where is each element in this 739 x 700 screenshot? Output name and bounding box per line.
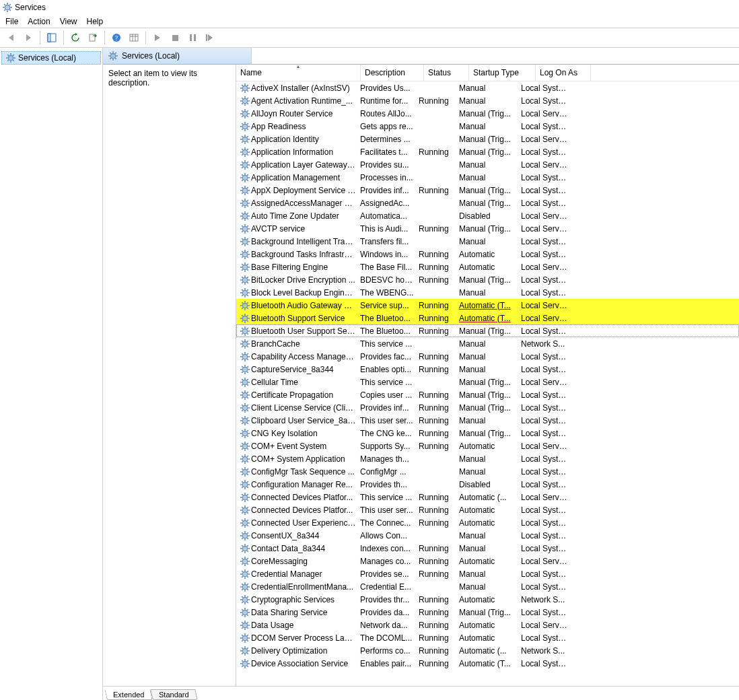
stop-service-button[interactable] <box>167 30 183 46</box>
service-startup-type: Disabled <box>455 480 517 489</box>
service-row[interactable]: Agent Activation Runtime_...Runtime for.… <box>236 94 739 107</box>
svg-marker-12 <box>75 33 77 36</box>
service-status: Running <box>415 96 455 106</box>
service-row[interactable]: Connected Devices Platfor...This user se… <box>236 503 739 516</box>
service-status: Running <box>415 262 455 272</box>
service-startup-type: Manual <box>455 173 517 182</box>
service-row[interactable]: Connected User Experience...The Connec..… <box>236 516 739 529</box>
nav-forward-button[interactable] <box>20 30 36 46</box>
start-service-button[interactable] <box>149 30 166 46</box>
service-row[interactable]: ConfigMgr Task Sequence ...ConfigMgr ...… <box>236 465 739 478</box>
service-name: CoreMessaging <box>251 557 356 566</box>
refresh-button[interactable] <box>67 30 83 46</box>
service-description: This service ... <box>356 378 415 387</box>
service-row[interactable]: Device Association ServiceEnables pair..… <box>236 657 739 670</box>
service-row[interactable]: Block Level Backup Engine ...The WBENG..… <box>236 286 739 299</box>
export-list-button[interactable] <box>85 30 101 46</box>
gear-icon <box>240 288 250 298</box>
service-row[interactable]: Bluetooth User Support Ser...The Bluetoo… <box>236 324 739 337</box>
service-row[interactable]: AppX Deployment Service (...Provides inf… <box>236 184 739 197</box>
service-row[interactable]: Base Filtering EngineThe Base Fil...Runn… <box>236 260 739 273</box>
help-button[interactable]: ? <box>108 30 125 46</box>
menu-action[interactable]: Action <box>28 17 50 26</box>
tab-extended[interactable]: Extended <box>104 689 153 700</box>
service-row[interactable]: BranchCacheThis service ...ManualNetwork… <box>236 337 739 350</box>
nav-back-button[interactable] <box>3 30 19 46</box>
columns-button[interactable] <box>126 30 142 46</box>
service-row[interactable]: Configuration Manager Re...Provides th..… <box>236 478 739 491</box>
service-logon-as: Network S... <box>517 595 567 604</box>
service-row[interactable]: Delivery OptimizationPerforms co...Runni… <box>236 644 739 657</box>
service-startup-type: Manual (Trig... <box>455 109 517 118</box>
service-row[interactable]: AssignedAccessManager Se...AssignedAc...… <box>236 197 739 209</box>
menu-help[interactable]: Help <box>87 17 104 26</box>
gear-icon <box>240 633 250 643</box>
service-startup-type: Automatic <box>455 250 517 259</box>
service-row[interactable]: ConsentUX_8a344Allows Con...ManualLocal … <box>236 529 739 542</box>
service-status: Running <box>415 301 455 310</box>
service-description: The CNG ke... <box>356 429 415 438</box>
gear-icon <box>240 237 250 246</box>
column-header-startup[interactable]: Startup Type <box>469 65 536 81</box>
service-row[interactable]: AllJoyn Router ServiceRoutes AllJo...Man… <box>236 107 739 120</box>
tab-standard[interactable]: Standard <box>151 689 198 700</box>
service-startup-type: Manual (Trig... <box>455 199 517 208</box>
service-row[interactable]: Cellular TimeThis service ...Manual (Tri… <box>236 376 739 388</box>
service-name: Capability Access Manager ... <box>251 352 356 361</box>
service-row[interactable]: AVCTP serviceThis is Audi...RunningManua… <box>236 222 739 235</box>
service-row[interactable]: COM+ System ApplicationManages th...Manu… <box>236 452 739 465</box>
service-row[interactable]: Bluetooth Support ServiceThe Bluetoo...R… <box>236 312 739 324</box>
service-row[interactable]: BitLocker Drive Encryption ...BDESVC hos… <box>236 273 739 286</box>
service-row[interactable]: Application Layer Gateway ...Provides su… <box>236 158 739 171</box>
gear-icon <box>240 250 250 259</box>
menu-file[interactable]: File <box>5 17 18 26</box>
service-row[interactable]: Certificate PropagationCopies user ...Ru… <box>236 388 739 401</box>
service-name: Bluetooth Support Service <box>251 314 356 323</box>
service-logon-as: Local Syste... <box>517 403 567 413</box>
service-row[interactable]: CredentialEnrollmentMana...Credential E.… <box>236 580 739 593</box>
column-header-status[interactable]: Status <box>424 65 469 81</box>
service-description: Supports Sy... <box>356 442 415 451</box>
service-row[interactable]: Application ManagementProcesses in...Man… <box>236 171 739 184</box>
service-row[interactable]: Data Sharing ServiceProvides da...Runnin… <box>236 606 739 619</box>
service-row[interactable]: Contact Data_8a344Indexes con...RunningM… <box>236 542 739 555</box>
column-header-description[interactable]: Description <box>361 65 424 81</box>
service-row[interactable]: Auto Time Zone UpdaterAutomatica...Disab… <box>236 209 739 222</box>
service-status: Running <box>415 250 455 259</box>
service-row[interactable]: Client License Service (ClipS...Provides… <box>236 401 739 414</box>
service-row[interactable]: Data UsageNetwork da...RunningAutomaticL… <box>236 619 739 631</box>
column-header-logon[interactable]: Log On As <box>536 65 591 81</box>
service-logon-as: Local Syste... <box>517 250 567 259</box>
service-row[interactable]: Connected Devices Platfor...This service… <box>236 491 739 503</box>
tree-node-services-local[interactable]: Services (Local) <box>1 51 101 65</box>
menu-view[interactable]: View <box>60 17 77 26</box>
service-row[interactable]: Cryptographic ServicesProvides thr...Run… <box>236 593 739 606</box>
service-row[interactable]: DCOM Server Process Laun...The DCOML...R… <box>236 631 739 644</box>
service-row[interactable]: App ReadinessGets apps re...ManualLocal … <box>236 120 739 133</box>
service-row[interactable]: CaptureService_8a344Enables opti...Runni… <box>236 363 739 376</box>
service-row[interactable]: Background Tasks Infrastruc...Windows in… <box>236 248 739 260</box>
service-row[interactable]: ActiveX Installer (AxInstSV)Provides Us.… <box>236 81 739 94</box>
service-row[interactable]: Credential ManagerProvides se...RunningM… <box>236 567 739 580</box>
service-status: Running <box>415 326 455 336</box>
service-logon-as: Local Syste... <box>517 365 567 374</box>
service-logon-as: Local Service <box>517 224 567 234</box>
service-row[interactable]: Bluetooth Audio Gateway S...Service sup.… <box>236 299 739 312</box>
restart-service-button[interactable] <box>202 30 218 46</box>
gear-icon <box>240 173 250 182</box>
service-row[interactable]: Background Intelligent Tran...Transfers … <box>236 235 739 248</box>
show-hide-tree-button[interactable] <box>44 30 60 46</box>
service-row[interactable]: CoreMessagingManages co...RunningAutomat… <box>236 555 739 567</box>
service-row[interactable]: CNG Key IsolationThe CNG ke...RunningMan… <box>236 427 739 440</box>
service-description: Provides inf... <box>356 403 415 413</box>
pause-service-button[interactable] <box>184 30 201 46</box>
service-startup-type: Automatic (... <box>455 493 517 502</box>
service-startup-type: Manual <box>455 83 517 93</box>
service-row[interactable]: Application IdentityDetermines ...Manual… <box>236 133 739 145</box>
services-list[interactable]: Name▴ Description Status Startup Type Lo… <box>236 65 739 686</box>
service-row[interactable]: COM+ Event SystemSupports Sy...RunningAu… <box>236 440 739 452</box>
service-row[interactable]: Capability Access Manager ...Provides fa… <box>236 350 739 363</box>
service-row[interactable]: Clipboard User Service_8a344This user se… <box>236 414 739 427</box>
column-header-name[interactable]: Name▴ <box>236 65 361 81</box>
service-row[interactable]: Application InformationFacilitates t...R… <box>236 145 739 158</box>
